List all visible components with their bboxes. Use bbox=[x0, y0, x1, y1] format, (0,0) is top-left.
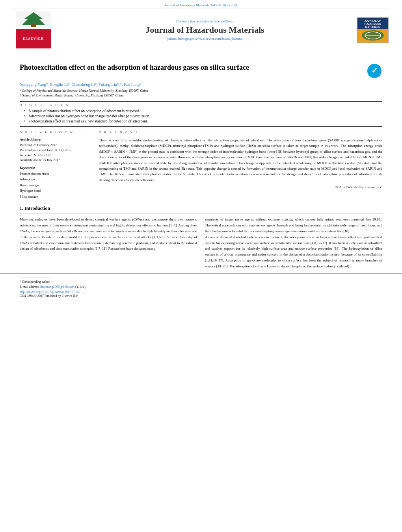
keyword-2: Adsorption bbox=[20, 176, 93, 182]
affiliation-b: ᵇ School of Environment, Henan Normal Un… bbox=[20, 93, 382, 97]
introduction-columns: Many technologies have been developed to… bbox=[20, 217, 382, 269]
affiliations: ᵃ College of Physics and Materials Scien… bbox=[20, 89, 382, 97]
article-history: Article history: Received 26 February 20… bbox=[20, 137, 93, 163]
keywords-label: Keywords: bbox=[20, 166, 93, 170]
page: Journal of Hazardous Materials 341 (2018… bbox=[0, 0, 402, 532]
highlight-item: A sample of photoexcitation effect on ad… bbox=[24, 109, 382, 113]
highlight-item: Photoexcitation effect is presented as a… bbox=[24, 119, 382, 123]
introduction-section: 1. Introduction Many technologies have b… bbox=[0, 206, 402, 269]
article-info-column: A R T I C L E I N F O Article history: R… bbox=[20, 130, 93, 199]
hazardous-logo-container: JOURNAL OFHAZARDOUSMATERIALS bbox=[351, 11, 390, 48]
accepted-date: Accepted 24 July 2017 bbox=[20, 153, 93, 158]
elsevier-logo-container: ELSEVIER bbox=[12, 11, 59, 48]
received-date: Received 26 February 2017 bbox=[20, 143, 93, 148]
journal-header: ELSEVIER Contents lists available at Sci… bbox=[12, 9, 390, 51]
intro-col-left: Many technologies have been developed to… bbox=[20, 217, 197, 269]
copyright-line: © 2017 Published by Elsevier B.V. bbox=[99, 185, 382, 189]
article-title: Photoexcitation effect on the adsorption… bbox=[20, 63, 363, 72]
highlights-section: H I G H L I G H T S A sample of photoexc… bbox=[20, 101, 382, 127]
article-info-abstract: A R T I C L E I N F O Article history: R… bbox=[20, 130, 382, 199]
keyword-5: Silica surface bbox=[20, 194, 93, 199]
available-date: Available online 25 July 2017 bbox=[20, 158, 93, 163]
crossmark-logo: ✓ bbox=[367, 63, 382, 79]
received-revised-date: Received in revised form 11 July 2017 bbox=[20, 148, 93, 153]
elsevier-brand: ELSEVIER bbox=[16, 29, 51, 48]
footer: * Corresponding author. E-mail address: … bbox=[0, 273, 402, 300]
svg-rect-2 bbox=[31, 24, 36, 27]
journal-title: Journal of Hazardous Materials bbox=[145, 25, 264, 35]
abstract-text: There is very little scientific understa… bbox=[99, 137, 382, 183]
affiliation-a: ᵃ College of Physics and Materials Scien… bbox=[20, 89, 382, 93]
intro-paragraph-3: As one of the most abundant materials in… bbox=[205, 234, 382, 269]
contents-available-line: Contents lists available at ScienceDirec… bbox=[177, 19, 234, 23]
corresponding-author-note: * Corresponding author. bbox=[20, 280, 382, 284]
journal-ref-text: Journal of Hazardous Materials 341 (2018… bbox=[165, 3, 237, 7]
title-section: Photoexcitation effect on the adsorption… bbox=[20, 63, 382, 79]
article-info-header: A R T I C L E I N F O bbox=[20, 130, 93, 135]
keyword-1: Photoexcitation effect bbox=[20, 171, 93, 176]
svg-text:✓: ✓ bbox=[371, 66, 378, 75]
authors-line: Yonggang Yangᵃ, Donglin Liᵃ, Chaozheng L… bbox=[20, 82, 382, 87]
email-note: E-mail address: liuyufang2005@126.com (Y… bbox=[20, 284, 382, 289]
abstract-header: A B S T R A C T bbox=[99, 130, 382, 135]
highlights-list: A sample of photoexcitation effect on ad… bbox=[20, 109, 382, 123]
intro-col-right: simulants of target nerve agents without… bbox=[205, 217, 382, 269]
article-content: Photoexcitation effect on the adsorption… bbox=[0, 51, 402, 199]
keyword-4: Hydrogen bond bbox=[20, 188, 93, 193]
doi-link[interactable]: http://dx.doi.org/10.1016/j.jhazmat.2017… bbox=[20, 290, 382, 294]
intro-paragraph-2: simulants of target nerve agents without… bbox=[205, 217, 382, 234]
issn-text: 0304-3894/© 2017 Published by Elsevier B… bbox=[20, 294, 382, 298]
intro-paragraph-1: Many technologies have been developed to… bbox=[20, 217, 197, 252]
history-label: Article history: bbox=[20, 137, 93, 141]
journal-homepage-line: journal homepage: www.elsevier.com/locat… bbox=[168, 37, 243, 41]
journal-reference: Journal of Hazardous Materials 341 (2018… bbox=[0, 0, 402, 9]
highlights-header: H I G H L I G H T S bbox=[20, 103, 382, 107]
keyword-3: Hazardous gas bbox=[20, 182, 93, 188]
introduction-header: 1. Introduction bbox=[20, 206, 382, 213]
keywords-section: Keywords: Photoexcitation effect Adsorpt… bbox=[20, 166, 93, 199]
journal-header-center: Contents lists available at ScienceDirec… bbox=[59, 11, 351, 48]
abstract-column: A B S T R A C T There is very little sci… bbox=[99, 130, 382, 199]
highlight-item: Adsorption relies not on hydrogen bond b… bbox=[24, 114, 382, 118]
